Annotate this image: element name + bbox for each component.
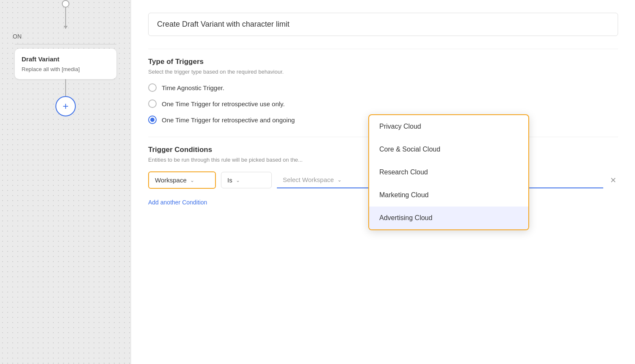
condition-close-button[interactable]: ✕ — [608, 174, 618, 187]
draft-variant-card[interactable]: Draft Variant Replace all with [media] — [15, 49, 116, 79]
section-divider-1 — [148, 49, 618, 49]
radio-label-0: Time Agnostic Trigger. — [162, 84, 224, 91]
dropdown-item-3[interactable]: Marketing Cloud — [369, 184, 528, 207]
condition-operator-label: Is — [227, 176, 232, 184]
add-step-button[interactable]: + — [55, 96, 76, 116]
label-on: ON — [13, 33, 22, 40]
condition-value-placeholder: Select Workspace — [283, 176, 334, 183]
triggers-desc: Select the trigger type based on the req… — [148, 69, 618, 75]
operator-chevron-icon: ⌄ — [236, 177, 240, 183]
connector-mid-line — [65, 79, 66, 96]
connector-top — [62, 0, 69, 29]
divider-on — [15, 44, 116, 44]
add-condition-link[interactable]: Add another Condition — [148, 199, 207, 206]
card-subtitle: Replace all with [media] — [22, 66, 110, 72]
value-chevron-icon: ⌄ — [337, 177, 342, 183]
dropdown-item-2[interactable]: Research Cloud — [369, 161, 528, 184]
radio-label-1: One Time Trigger for retrospective use o… — [162, 100, 285, 108]
connector-circle — [62, 0, 69, 8]
condition-field-dropdown[interactable]: Workspace ⌄ — [148, 171, 216, 189]
connector-arrow — [65, 8, 66, 29]
radio-option-1[interactable]: One Time Trigger for retrospective use o… — [148, 99, 618, 108]
dropdown-item-1[interactable]: Core & Social Cloud — [369, 138, 528, 161]
workspace-dropdown[interactable]: Privacy Cloud Core & Social Cloud Resear… — [368, 114, 529, 230]
radio-label-2: One Time Trigger for retrospective and o… — [162, 116, 295, 124]
triggers-title: Type of Triggers — [148, 58, 618, 66]
condition-field-label: Workspace — [155, 176, 187, 184]
condition-operator-dropdown[interactable]: Is ⌄ — [221, 172, 272, 188]
card-title: Draft Variant — [22, 55, 110, 63]
connector-mid: + — [55, 79, 76, 116]
radio-option-0[interactable]: Time Agnostic Trigger. — [148, 83, 618, 92]
main-panel: Create Draft Variant with character limi… — [131, 0, 635, 364]
dropdown-item-4[interactable]: Advertising Cloud — [369, 207, 528, 229]
radio-circle-1[interactable] — [148, 99, 157, 108]
radio-circle-0[interactable] — [148, 83, 157, 92]
radio-circle-2[interactable] — [148, 116, 157, 124]
field-chevron-icon: ⌄ — [190, 177, 194, 183]
dropdown-item-0[interactable]: Privacy Cloud — [369, 115, 528, 138]
left-panel: ON Draft Variant Replace all with [media… — [0, 0, 131, 364]
title-input[interactable]: Create Draft Variant with character limi… — [148, 13, 618, 36]
